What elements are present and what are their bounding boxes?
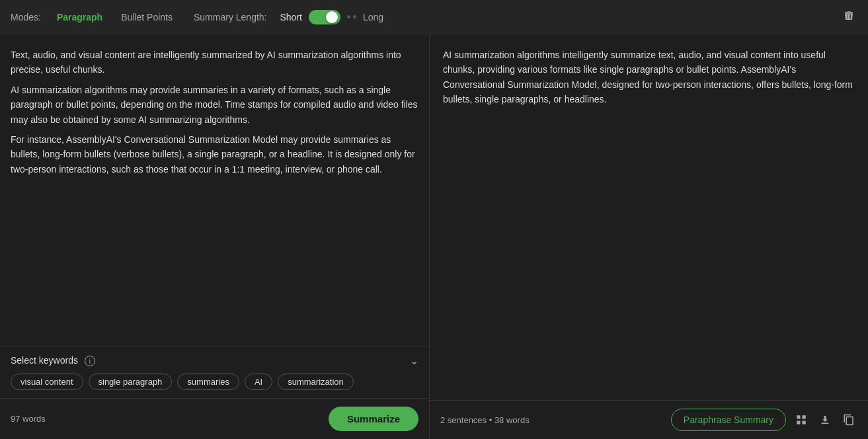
copy-icon bbox=[843, 414, 855, 426]
summary-text: AI summarization algorithms intelligentl… bbox=[443, 48, 855, 107]
app-container: Modes: Paragraph Bullet Points Summary L… bbox=[0, 0, 868, 439]
bottom-bar-right: 2 sentences • 38 words Paraphrase Summar… bbox=[430, 400, 868, 439]
keyword-tag-1[interactable]: single paragraph bbox=[89, 374, 173, 390]
info-icon[interactable]: i bbox=[85, 356, 95, 366]
slider-dots bbox=[347, 15, 356, 19]
paraphrase-button[interactable]: Paraphrase Summary bbox=[671, 409, 786, 431]
right-actions: Paraphrase Summary bbox=[671, 409, 857, 431]
toolbar: Modes: Paragraph Bullet Points Summary L… bbox=[0, 0, 868, 34]
download-icon bbox=[819, 414, 831, 426]
download-button[interactable] bbox=[816, 411, 834, 428]
left-panel: Text, audio, and visual content are inte… bbox=[0, 34, 430, 439]
summary-stats: 2 sentences • 38 words bbox=[440, 415, 530, 425]
word-count: 97 words bbox=[11, 414, 46, 424]
right-panel: AI summarization algorithms intelligentl… bbox=[430, 34, 868, 439]
copy-button[interactable] bbox=[840, 411, 857, 428]
keywords-section: Select keywords i ⌄ visual content singl… bbox=[0, 346, 429, 398]
keyword-tag-4[interactable]: summarization bbox=[278, 374, 354, 390]
keywords-label: Select keywords bbox=[11, 355, 78, 366]
trash-icon bbox=[843, 10, 855, 22]
grid-icon bbox=[795, 414, 807, 426]
keywords-header: Select keywords i ⌄ bbox=[11, 354, 418, 367]
input-text-area[interactable]: Text, audio, and visual content are inte… bbox=[0, 34, 429, 346]
keywords-tags: visual content single paragraph summarie… bbox=[11, 374, 418, 390]
summary-length-toggle[interactable] bbox=[309, 10, 340, 24]
main-content: Text, audio, and visual content are inte… bbox=[0, 34, 868, 439]
summary-length-label: Summary Length: bbox=[194, 12, 267, 22]
mode-tab-paragraph[interactable]: Paragraph bbox=[52, 9, 108, 25]
text-paragraph-1: Text, audio, and visual content are inte… bbox=[11, 48, 418, 77]
bottom-bar-left: 97 words Summarize bbox=[0, 398, 429, 439]
text-paragraph-3: For instance, AssemblyAI's Conversationa… bbox=[11, 132, 418, 177]
mode-tab-bullet-points[interactable]: Bullet Points bbox=[116, 9, 178, 25]
slider-dot-1 bbox=[347, 15, 350, 19]
keyword-tag-0[interactable]: visual content bbox=[11, 374, 83, 390]
text-paragraph-2: AI summarization algorithms may provide … bbox=[11, 83, 418, 127]
chevron-down-icon[interactable]: ⌄ bbox=[410, 354, 418, 367]
clear-button[interactable] bbox=[840, 7, 857, 27]
toggle-thumb bbox=[326, 11, 338, 23]
slider-dot-2 bbox=[353, 15, 356, 19]
summarize-button[interactable]: Summarize bbox=[329, 407, 418, 431]
grid-view-button[interactable] bbox=[793, 411, 810, 428]
keyword-tag-2[interactable]: summaries bbox=[177, 374, 239, 390]
long-label: Long bbox=[363, 12, 383, 22]
modes-label: Modes: bbox=[11, 12, 41, 22]
keywords-label-group: Select keywords i bbox=[11, 355, 95, 367]
slider-section: Short Long bbox=[280, 10, 384, 24]
short-label: Short bbox=[280, 12, 302, 22]
summary-text-area: AI summarization algorithms intelligentl… bbox=[430, 34, 868, 400]
keyword-tag-3[interactable]: AI bbox=[245, 374, 272, 390]
